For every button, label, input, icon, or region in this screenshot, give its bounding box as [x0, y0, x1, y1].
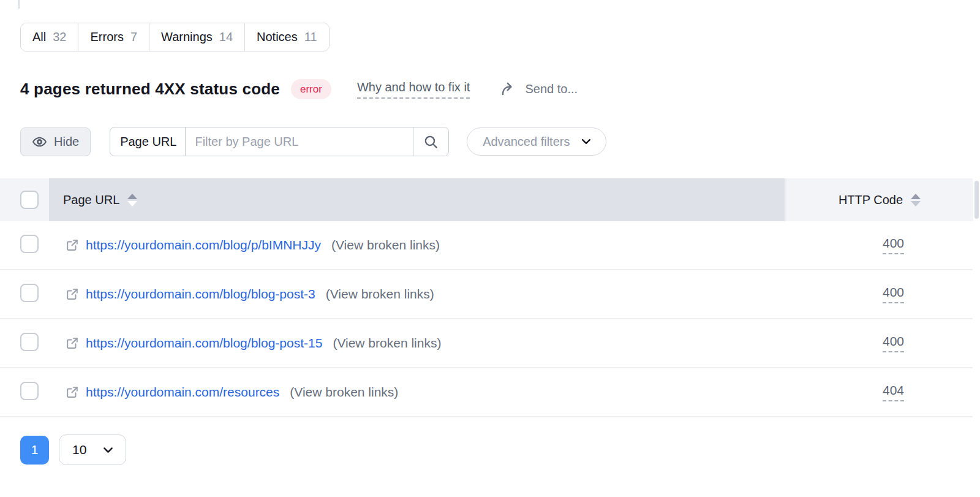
column-header-page-url-label: Page URL	[63, 193, 119, 207]
hide-button-label: Hide	[54, 135, 79, 149]
page-url-link[interactable]: https://yourdomain.com/blog/p/bIMNHJJy	[86, 238, 321, 252]
eye-icon	[32, 134, 47, 150]
pagination: 1 10	[20, 434, 980, 465]
view-broken-links-link[interactable]: (View broken links)	[331, 238, 440, 252]
tab-notices-label: Notices	[257, 30, 298, 44]
site-audit-issue-page: All 32 Errors 7 Warnings 14 Notices 11 4…	[0, 0, 980, 497]
send-to-button[interactable]: Send to...	[500, 81, 578, 97]
table-row: https://yourdomain.com/resources (View b…	[0, 368, 973, 417]
issue-heading-row: 4 pages returned 4XX status code error W…	[20, 79, 980, 99]
table-row: https://yourdomain.com/blog/blog-post-15…	[0, 319, 973, 368]
tab-all-count: 32	[53, 30, 66, 44]
issues-table: Page URL HTTP Code https://yourdom	[0, 178, 973, 417]
filter-input[interactable]	[185, 127, 413, 156]
page-url-link[interactable]: https://yourdomain.com/blog/blog-post-15	[86, 336, 322, 351]
tab-all[interactable]: All 32	[21, 23, 78, 51]
tab-warnings-count: 14	[219, 30, 233, 44]
row-checkbox[interactable]	[20, 333, 39, 351]
search-icon	[423, 134, 439, 150]
header-checkbox-cell	[0, 178, 49, 221]
page-url-filter-group: Page URL	[110, 127, 449, 156]
page-size-value: 10	[72, 442, 86, 457]
tab-notices-count: 11	[304, 30, 317, 44]
http-code-value[interactable]: 404	[883, 383, 904, 401]
why-how-fix-link[interactable]: Why and how to fix it	[357, 80, 470, 99]
column-header-page-url[interactable]: Page URL	[49, 178, 785, 221]
select-all-checkbox[interactable]	[20, 191, 39, 209]
tab-all-label: All	[32, 30, 46, 44]
search-button[interactable]	[413, 127, 448, 156]
http-code-value[interactable]: 400	[883, 285, 904, 303]
tab-warnings-label: Warnings	[161, 30, 213, 44]
page-url-link[interactable]: https://yourdomain.com/resources	[86, 385, 279, 400]
page-url-link[interactable]: https://yourdomain.com/blog/blog-post-3	[86, 287, 315, 302]
column-header-http-code-label: HTTP Code	[839, 193, 903, 207]
sort-icon	[911, 194, 921, 207]
row-checkbox[interactable]	[20, 284, 39, 302]
external-link-icon[interactable]	[66, 336, 79, 350]
external-link-icon[interactable]	[66, 238, 79, 252]
error-badge: error	[291, 79, 331, 99]
tab-warnings[interactable]: Warnings 14	[149, 23, 245, 51]
tab-errors[interactable]: Errors 7	[78, 23, 149, 51]
table-row: https://yourdomain.com/blog/p/bIMNHJJy (…	[0, 221, 973, 270]
table-row: https://yourdomain.com/blog/blog-post-3 …	[0, 270, 973, 319]
sort-icon	[127, 194, 137, 207]
issue-filter-tabs: All 32 Errors 7 Warnings 14 Notices 11	[20, 23, 330, 51]
filter-toolbar: Hide Page URL Advanced filters	[20, 127, 980, 156]
view-broken-links-link[interactable]: (View broken links)	[326, 287, 434, 302]
page-size-select[interactable]: 10	[59, 434, 126, 465]
tab-errors-count: 7	[130, 30, 137, 44]
chevron-down-icon	[102, 444, 115, 457]
row-checkbox[interactable]	[20, 382, 39, 400]
chevron-down-icon	[580, 135, 592, 148]
advanced-filters-label: Advanced filters	[483, 135, 570, 149]
tab-errors-label: Errors	[90, 30, 123, 44]
row-checkbox[interactable]	[20, 235, 39, 253]
view-broken-links-link[interactable]: (View broken links)	[333, 336, 441, 351]
filter-field-label: Page URL	[110, 127, 185, 156]
top-edge-artifact	[18, 0, 20, 9]
tab-notices[interactable]: Notices 11	[245, 23, 328, 51]
hide-button[interactable]: Hide	[20, 127, 91, 156]
http-code-value[interactable]: 400	[883, 236, 904, 254]
external-link-icon[interactable]	[66, 287, 79, 301]
table-header-row: Page URL HTTP Code	[0, 178, 973, 221]
http-code-value[interactable]: 400	[883, 334, 904, 352]
vertical-scrollbar-thumb[interactable]	[974, 181, 979, 219]
page-1-button[interactable]: 1	[20, 436, 49, 465]
send-arrow-icon	[500, 81, 517, 97]
send-to-label: Send to...	[525, 82, 578, 96]
external-link-icon[interactable]	[66, 385, 79, 399]
advanced-filters-button[interactable]: Advanced filters	[467, 127, 606, 156]
page-title: 4 pages returned 4XX status code	[20, 80, 280, 99]
view-broken-links-link[interactable]: (View broken links)	[290, 385, 398, 400]
column-header-http-code[interactable]: HTTP Code	[785, 178, 973, 221]
